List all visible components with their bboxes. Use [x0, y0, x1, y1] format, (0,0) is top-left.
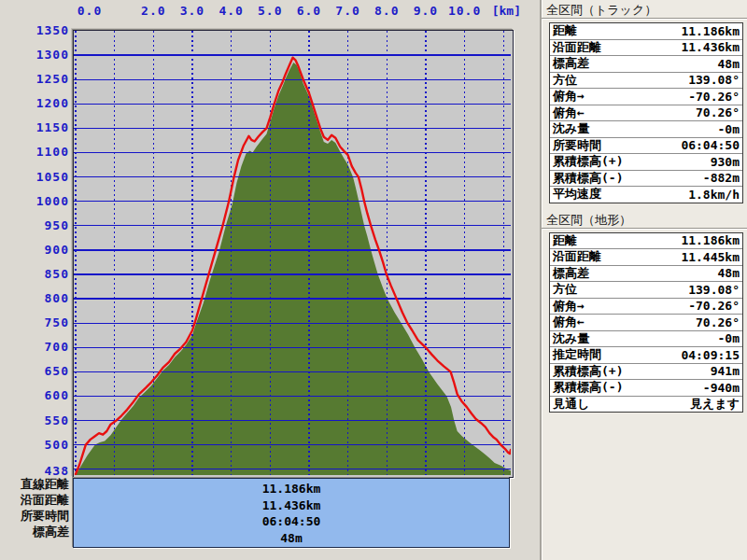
stat-row: 累積標高(-)-940m [550, 379, 742, 396]
stat-label: 沈み量 [553, 330, 589, 347]
summary-row-value: 11.436km [74, 497, 509, 514]
x-tick-label: 4.0 [212, 4, 251, 18]
stat-value: 11.186km [681, 233, 740, 247]
stat-value: 930m [711, 155, 740, 169]
stat-label: 沈み量 [553, 120, 589, 137]
y-tick-label: 700 [0, 340, 69, 354]
stat-label: 沿面距離 [553, 39, 601, 56]
summary-row-label: 直線距離 [0, 476, 69, 492]
stat-row: 累積標高(+)941m [550, 363, 742, 380]
stats-pane: 全区間（トラック）距離11.186km沿面距離11.436km標高差48m方位1… [540, 0, 747, 560]
stat-row: 標高差48m [550, 55, 742, 72]
x-tick-label: 0.0 [70, 4, 109, 18]
stat-row: 沈み量-0m [550, 330, 742, 347]
stat-label: 標高差 [553, 265, 589, 282]
summary-row-value: 11.186km [74, 481, 509, 497]
stat-value: 139.08° [688, 283, 740, 297]
stat-table: 距離11.186km沿面距離11.436km標高差48m方位139.08°俯角→… [549, 22, 743, 203]
stat-value: -940m [703, 381, 740, 395]
stat-row: 方位139.08° [550, 281, 742, 298]
stat-label: 累積標高(+) [553, 363, 623, 380]
stat-row: 距離11.186km [550, 23, 742, 39]
stat-row: 方位139.08° [550, 72, 742, 89]
x-tick-label: 8.0 [367, 4, 406, 18]
stat-value: 70.26° [696, 105, 740, 119]
elevation-chart-canvas[interactable] [74, 31, 511, 475]
y-tick-label: 800 [0, 291, 69, 305]
stat-label: 方位 [553, 281, 577, 298]
summary-row-value: 48m [74, 530, 509, 547]
stat-panel-title: 全区間（地形） [542, 210, 747, 229]
stat-value: 11.436km [681, 40, 740, 54]
x-tick-label: 5.0 [250, 4, 289, 18]
stat-value: 1.8km/h [688, 188, 740, 202]
y-tick-label: 750 [0, 315, 69, 329]
x-axis: [km] 0.02.03.04.05.06.07.08.09.010.0 [0, 0, 540, 28]
stat-value: -70.26° [688, 299, 740, 313]
stat-label: 平均速度 [553, 186, 601, 203]
x-tick-label: 7.0 [329, 4, 368, 18]
stat-label: 方位 [553, 72, 577, 89]
stat-row: 沿面距離11.436km [550, 39, 742, 56]
stat-label: 俯角← [553, 314, 585, 330]
stat-label: 推定時間 [553, 346, 601, 363]
summary-row-label: 標高差 [0, 524, 69, 539]
stat-label: 俯角→ [553, 88, 585, 105]
stat-value: 48m [718, 266, 740, 280]
stat-value: -0m [718, 331, 740, 345]
stat-row: 所要時間06:04:50 [550, 137, 742, 154]
chart-pane: [km] 0.02.03.04.05.06.07.08.09.010.0 135… [0, 0, 540, 560]
y-tick-label: 650 [0, 364, 69, 378]
x-axis-unit-label: [km] [478, 4, 521, 18]
stat-value: -70.26° [688, 90, 740, 104]
y-tick-label: 950 [0, 218, 69, 232]
y-tick-label: 1000 [0, 194, 69, 208]
stat-label: 標高差 [553, 55, 589, 72]
stat-label: 累積標高(-) [553, 379, 623, 396]
stat-label: 俯角→ [553, 298, 585, 315]
y-tick-label: 550 [0, 413, 69, 427]
x-tick-label: 2.0 [134, 4, 173, 18]
y-tick-label: 600 [0, 388, 69, 402]
y-tick-label: 1100 [0, 145, 69, 159]
stat-row: 俯角→-70.26° [550, 298, 742, 315]
stat-row: 平均速度1.8km/h [550, 186, 742, 203]
stat-value: 48m [718, 57, 740, 71]
summary-row-label: 沿面距離 [0, 492, 69, 508]
y-tick-label: 850 [0, 267, 69, 281]
stat-panel-title: 全区間（トラック） [542, 0, 747, 19]
stat-table: 距離11.186km沿面距離11.445km標高差48m方位139.08°俯角→… [549, 232, 743, 413]
stat-value: -0m [718, 122, 740, 136]
y-tick-label: 900 [0, 243, 69, 257]
stat-label: 俯角← [553, 105, 585, 121]
stat-row: 距離11.186km [550, 233, 742, 249]
stat-row: 俯角←70.26° [550, 314, 742, 330]
summary-row-label: 所要時間 [0, 508, 69, 524]
stat-row: 沿面距離11.445km [550, 248, 742, 265]
stat-row: 累積標高(+)930m [550, 153, 742, 170]
terrain-area [76, 63, 511, 475]
stat-value: -882m [703, 171, 740, 185]
stat-value: 11.445km [681, 250, 740, 264]
stat-row: 推定時間04:09:15 [550, 346, 742, 363]
summary-row-value: 06:04:50 [74, 513, 509, 530]
stat-label: 見通し [553, 396, 589, 413]
stat-value: 70.26° [696, 315, 740, 329]
y-tick-label: 500 [0, 438, 69, 452]
stat-value: 06:04:50 [681, 138, 740, 152]
y-tick-label: 1200 [0, 96, 69, 110]
stat-row: 俯角→-70.26° [550, 88, 742, 105]
summary-footer-labels: 直線距離沿面距離所要時間標高差 [0, 476, 69, 539]
x-tick-label: 6.0 [289, 4, 329, 18]
stat-value: 04:09:15 [681, 348, 740, 362]
elevation-chart[interactable] [73, 30, 514, 478]
stat-row: 標高差48m [550, 265, 742, 282]
stat-row: 沈み量-0m [550, 120, 742, 137]
stat-label: 距離 [553, 22, 577, 39]
x-tick-label: 9.0 [406, 4, 445, 18]
stat-label: 累積標高(+) [553, 153, 623, 170]
y-tick-label: 1300 [0, 48, 69, 62]
elevation-profile-window: [km] 0.02.03.04.05.06.07.08.09.010.0 135… [0, 0, 747, 560]
stat-row: 見通し見えます [550, 396, 742, 413]
stat-value: 見えます [690, 396, 740, 413]
